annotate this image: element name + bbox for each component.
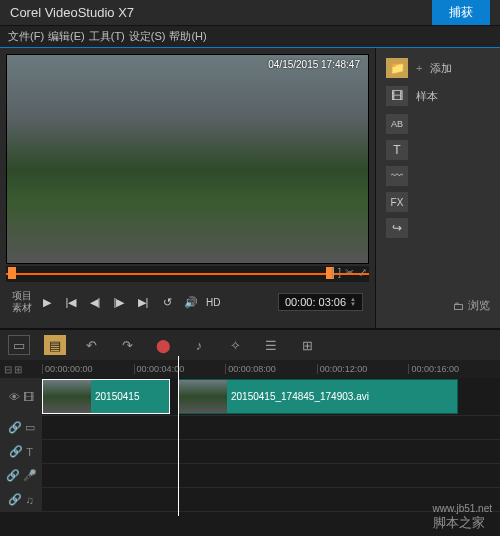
track-manager-button[interactable]: ⊞ [296, 335, 318, 355]
title-track-body[interactable] [42, 440, 500, 463]
timeline-view-button[interactable]: ▤ [44, 335, 66, 355]
ruler-zoom-icon[interactable]: ⊞ [14, 364, 22, 375]
ab-icon[interactable]: AB [386, 114, 408, 134]
music-track-body[interactable] [42, 488, 500, 511]
ruler-tick: 00:00:08:00 [225, 364, 317, 374]
capture-tab[interactable]: 捕获 [432, 0, 490, 25]
ruler-tick: 00:00:16:00 [408, 364, 500, 374]
voice-track-body[interactable] [42, 464, 500, 487]
transition-icon[interactable]: ↪ [386, 218, 408, 238]
mark-in-icon[interactable]: [ [331, 266, 334, 279]
clip-label: 20150415 [91, 391, 140, 402]
repeat-button[interactable]: ↺ [158, 293, 176, 311]
browse-icon: 🗀 [453, 300, 464, 312]
audio-mixer-button[interactable]: ♪ [188, 335, 210, 355]
volume-button[interactable]: 🔊 [182, 293, 200, 311]
music-track: 🔗♫ [0, 488, 500, 512]
playback-bar: 项目 素材 ▶ |◀ ◀| |▶ ▶| ↺ 🔊 HD 00:00: 03:06 … [6, 282, 369, 322]
add-plus-icon[interactable]: + [416, 62, 422, 74]
go-start-button[interactable]: |◀ [62, 293, 80, 311]
video-track-icon: 🎞 [23, 391, 34, 403]
undo-button[interactable]: ↶ [80, 335, 102, 355]
expand-icon[interactable]: ⤢ [358, 266, 367, 279]
subtitle-button[interactable]: ☰ [260, 335, 282, 355]
watermark-url: www.jb51.net [433, 503, 492, 514]
folder-icon[interactable]: 📁 [386, 58, 408, 78]
menu-tools[interactable]: 工具(T) [89, 29, 125, 44]
scrubber[interactable]: [ ] ✂ ⤢ [6, 266, 369, 282]
text-icon[interactable]: T [386, 140, 408, 160]
timeline-toolbar: ▭ ▤ ↶ ↷ ⬤ ♪ ✧ ☰ ⊞ [0, 330, 500, 360]
playback-mode-labels[interactable]: 项目 素材 [12, 290, 32, 314]
record-button[interactable]: ⬤ [152, 335, 174, 355]
overlay-track: 🔗▭ [0, 416, 500, 440]
timeline-ruler[interactable]: ⊟ ⊞ 00:00:00:00 00:00:04:00 00:00:08:00 … [0, 360, 500, 378]
link-icon[interactable]: 🔗 [8, 421, 22, 434]
menu-file[interactable]: 文件(F) [8, 29, 44, 44]
clip-label: 20150415_174845_174903.avi [227, 391, 369, 402]
play-button[interactable]: ▶ [38, 293, 56, 311]
sample-label[interactable]: 样本 [416, 89, 438, 104]
timeline-clip[interactable]: 20150415 [42, 379, 170, 414]
project-mode-label[interactable]: 项目 [12, 290, 32, 302]
path-icon[interactable]: 〰 [386, 166, 408, 186]
voice-track-head[interactable]: 🔗🎤 [0, 464, 42, 487]
scrubber-track[interactable] [6, 273, 369, 275]
clip-mode-label[interactable]: 素材 [12, 302, 32, 314]
title-track-icon: T [26, 446, 33, 458]
workspace: 04/15/2015 17:48:47 [ ] ✂ ⤢ 项目 素材 ▶ |◀ ◀… [0, 48, 500, 328]
fx-icon[interactable]: FX [386, 192, 408, 212]
title-track-head[interactable]: 🔗T [0, 440, 42, 463]
titlebar: Corel VideoStudio X7 捕获 [0, 0, 500, 26]
watermark: www.jb51.net 脚本之家 [433, 503, 492, 532]
scrubber-tools: [ ] ✂ ⤢ [331, 266, 367, 279]
timeline-tracks: 👁🎞 20150415 20150415_174845_174903.avi 🔗… [0, 378, 500, 512]
preview-area: 04/15/2015 17:48:47 [ ] ✂ ⤢ 项目 素材 ▶ |◀ ◀… [0, 48, 375, 328]
overlay-track-body[interactable] [42, 416, 500, 439]
prev-frame-button[interactable]: ◀| [86, 293, 104, 311]
watermark-text: 脚本之家 [433, 515, 485, 530]
video-track-head[interactable]: 👁🎞 [0, 378, 42, 415]
video-track: 👁🎞 20150415 20150415_174845_174903.avi [0, 378, 500, 416]
preview-monitor[interactable]: 04/15/2015 17:48:47 [6, 54, 369, 264]
link-icon[interactable]: 🔗 [8, 493, 22, 506]
music-track-head[interactable]: 🔗♫ [0, 488, 42, 511]
video-track-body[interactable]: 20150415 20150415_174845_174903.avi [42, 378, 500, 415]
next-frame-button[interactable]: |▶ [110, 293, 128, 311]
app-title: Corel VideoStudio X7 [10, 5, 134, 20]
menu-edit[interactable]: 编辑(E) [48, 29, 85, 44]
preview-timestamp: 04/15/2015 17:48:47 [268, 59, 360, 70]
menu-settings[interactable]: 设定(S) [129, 29, 166, 44]
timecode-display[interactable]: 00:00: 03:06 ▲▼ [278, 293, 363, 311]
storyboard-view-button[interactable]: ▭ [8, 335, 30, 355]
voice-track: 🔗🎤 [0, 464, 500, 488]
menu-help[interactable]: 帮助(H) [169, 29, 206, 44]
timecode-spinner[interactable]: ▲▼ [350, 297, 356, 307]
timeline-playhead[interactable] [178, 356, 179, 516]
menubar: 文件(F) 编辑(E) 工具(T) 设定(S) 帮助(H) [0, 26, 500, 48]
eye-icon[interactable]: 👁 [9, 391, 20, 403]
chapter-button[interactable]: ✧ [224, 335, 246, 355]
clip-thumbnail [43, 380, 91, 413]
browse-row[interactable]: 🗀 浏览 [453, 298, 490, 313]
browse-label: 浏览 [468, 298, 490, 313]
link-icon[interactable]: 🔗 [6, 469, 20, 482]
hd-label[interactable]: HD [206, 293, 220, 311]
redo-button[interactable]: ↷ [116, 335, 138, 355]
title-track: 🔗T [0, 440, 500, 464]
ruler-tick: 00:00:12:00 [317, 364, 409, 374]
scrubber-in-marker[interactable] [8, 267, 16, 279]
go-end-button[interactable]: ▶| [134, 293, 152, 311]
add-label[interactable]: 添加 [430, 61, 452, 76]
music-icon: ♫ [25, 494, 33, 506]
link-icon[interactable]: 🔗 [9, 445, 23, 458]
film-icon[interactable]: 🎞 [386, 86, 408, 106]
mic-icon: 🎤 [23, 469, 37, 482]
mark-out-icon[interactable]: ] [338, 266, 341, 279]
ruler-toggle-icon[interactable]: ⊟ [4, 364, 12, 375]
overlay-track-icon: ▭ [25, 421, 35, 434]
split-icon[interactable]: ✂ [345, 266, 354, 279]
timeline-clip[interactable]: 20150415_174845_174903.avi [178, 379, 458, 414]
overlay-track-head[interactable]: 🔗▭ [0, 416, 42, 439]
clip-thumbnail [179, 380, 227, 413]
